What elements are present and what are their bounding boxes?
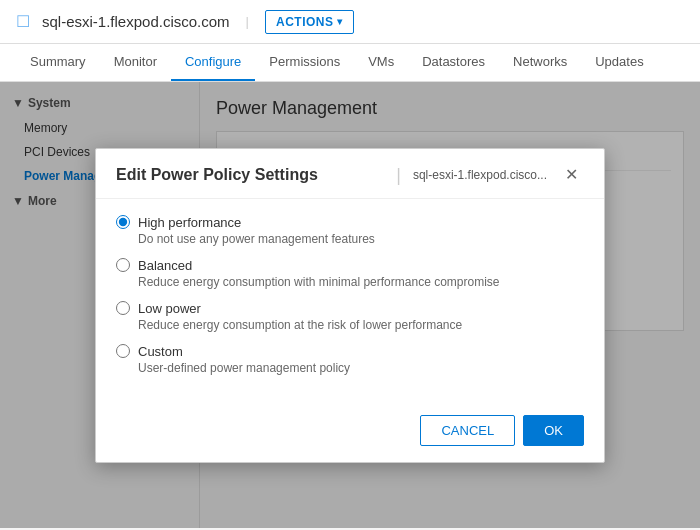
- option-custom: Custom User-defined power management pol…: [116, 344, 584, 375]
- tab-configure[interactable]: Configure: [171, 44, 255, 81]
- label-low-power: Low power: [138, 301, 201, 316]
- host-title: sql-esxi-1.flexpod.cisco.com: [42, 13, 230, 30]
- top-bar: ☐ sql-esxi-1.flexpod.cisco.com | ACTIONS…: [0, 0, 700, 44]
- desc-balanced: Reduce energy consumption with minimal p…: [138, 275, 584, 289]
- desc-custom: User-defined power management policy: [138, 361, 584, 375]
- tab-vms[interactable]: VMs: [354, 44, 408, 81]
- label-high-performance: High performance: [138, 215, 241, 230]
- radio-low-power[interactable]: [116, 301, 130, 315]
- tab-summary[interactable]: Summary: [16, 44, 100, 81]
- modal-title: Edit Power Policy Settings: [116, 166, 384, 184]
- modal-header: Edit Power Policy Settings | sql-esxi-1.…: [96, 149, 604, 199]
- top-bar-divider: |: [246, 14, 249, 29]
- nav-tabs: Summary Monitor Configure Permissions VM…: [0, 44, 700, 82]
- modal-dialog: Edit Power Policy Settings | sql-esxi-1.…: [95, 148, 605, 463]
- modal-subtitle: sql-esxi-1.flexpod.cisco...: [413, 168, 547, 182]
- radio-custom[interactable]: [116, 344, 130, 358]
- cancel-button[interactable]: CANCEL: [420, 415, 515, 446]
- modal-body: High performance Do not use any power ma…: [96, 199, 604, 403]
- label-custom: Custom: [138, 344, 183, 359]
- radio-high-performance[interactable]: [116, 215, 130, 229]
- modal-overlay: Edit Power Policy Settings | sql-esxi-1.…: [0, 82, 700, 528]
- option-high-performance: High performance Do not use any power ma…: [116, 215, 584, 246]
- option-balanced: Balanced Reduce energy consumption with …: [116, 258, 584, 289]
- actions-chevron-icon: ▾: [337, 16, 343, 27]
- main-content: ▼ System Memory PCI Devices Power Manage…: [0, 82, 700, 528]
- desc-low-power: Reduce energy consumption at the risk of…: [138, 318, 584, 332]
- tab-monitor[interactable]: Monitor: [100, 44, 171, 81]
- tab-datastores[interactable]: Datastores: [408, 44, 499, 81]
- actions-button[interactable]: ACTIONS ▾: [265, 10, 354, 34]
- ok-button[interactable]: OK: [523, 415, 584, 446]
- desc-high-performance: Do not use any power management features: [138, 232, 584, 246]
- modal-close-button[interactable]: ✕: [559, 165, 584, 185]
- actions-label: ACTIONS: [276, 15, 334, 29]
- tab-updates[interactable]: Updates: [581, 44, 657, 81]
- radio-balanced[interactable]: [116, 258, 130, 272]
- label-balanced: Balanced: [138, 258, 192, 273]
- modal-header-divider: |: [396, 165, 401, 186]
- host-icon: ☐: [16, 12, 30, 31]
- option-low-power: Low power Reduce energy consumption at t…: [116, 301, 584, 332]
- tab-permissions[interactable]: Permissions: [255, 44, 354, 81]
- tab-networks[interactable]: Networks: [499, 44, 581, 81]
- modal-footer: CANCEL OK: [96, 403, 604, 462]
